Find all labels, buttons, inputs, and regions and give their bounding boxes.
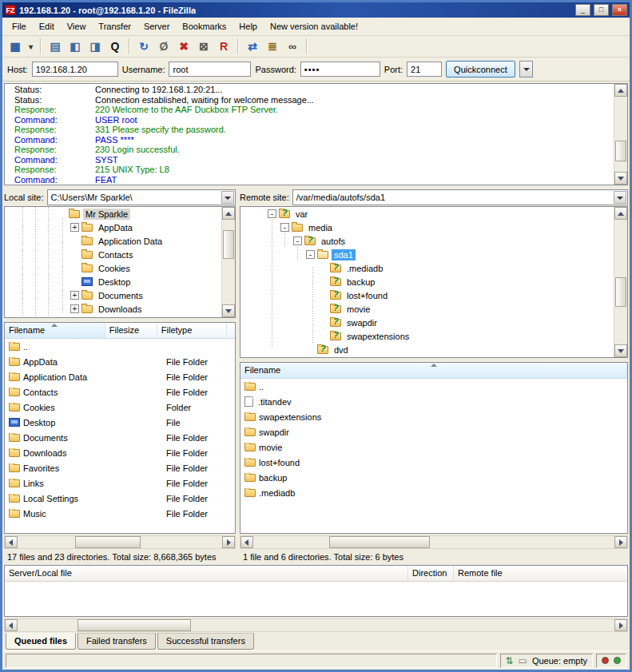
tree-item[interactable]: backup [240, 275, 627, 288]
queue-horizontal-scrollbar[interactable] [4, 618, 628, 632]
file-row[interactable]: swapextensions [240, 409, 627, 424]
file-row[interactable]: LinksFile Folder [5, 475, 235, 491]
file-row[interactable]: Local SettingsFile Folder [5, 491, 235, 506]
file-row[interactable]: FavoritesFile Folder [5, 460, 235, 475]
column-header-filesize[interactable]: Filesize [105, 323, 157, 338]
tree-item[interactable]: swapdir [240, 316, 627, 329]
file-row[interactable]: .. [240, 379, 627, 394]
scroll-up-button[interactable] [222, 207, 235, 220]
scrollbar-thumb[interactable] [615, 277, 626, 307]
quickconnect-dropdown-icon[interactable] [519, 61, 533, 78]
quickfind-icon[interactable]: Q [105, 38, 125, 55]
collapse-icon[interactable] [293, 237, 302, 245]
menu-view[interactable]: View [61, 18, 93, 34]
column-header-filename[interactable]: Filename [240, 363, 627, 378]
chevron-down-icon[interactable] [614, 191, 626, 204]
tree-item[interactable]: autofs [240, 234, 627, 248]
menu-help[interactable]: Help [233, 18, 264, 34]
tree-item[interactable]: AppData [5, 221, 235, 234]
reconnect-icon[interactable]: R [214, 38, 233, 55]
menu-file[interactable]: File [6, 18, 33, 34]
tree-item[interactable]: Contacts [5, 248, 235, 261]
menu-server[interactable]: Server [137, 18, 176, 34]
directory-comparison-icon[interactable]: ⇄ [243, 38, 262, 55]
scroll-right-button[interactable] [614, 619, 627, 631]
refresh-icon[interactable]: ↻ [134, 38, 153, 55]
remote-horizontal-scrollbar[interactable] [240, 535, 628, 549]
tab-failed-transfers[interactable]: Failed transfers [78, 633, 156, 650]
tree-item[interactable]: sda1 [240, 248, 627, 261]
scroll-up-button[interactable] [614, 84, 627, 97]
toggle-local-tree-icon[interactable]: ◧ [66, 38, 85, 55]
log-vertical-scrollbar[interactable] [614, 84, 627, 185]
username-input[interactable] [169, 62, 251, 77]
collapse-icon[interactable] [268, 209, 276, 218]
site-manager-dropdown-icon[interactable]: ▾ [26, 38, 36, 55]
site-manager-icon[interactable]: ▦ [6, 38, 25, 55]
toggle-remote-tree-icon[interactable]: ◨ [85, 38, 105, 55]
tab-queued-files[interactable]: Queued files [6, 633, 76, 650]
tree-item[interactable]: lost+found [240, 288, 627, 302]
maximize-button[interactable]: □ [594, 4, 609, 16]
tree-item[interactable]: swapextensions [240, 329, 627, 343]
scroll-right-button[interactable] [614, 536, 627, 548]
synchronized-browsing-icon[interactable]: ≣ [263, 38, 282, 55]
scroll-up-button[interactable] [614, 207, 627, 220]
file-row[interactable]: DocumentsFile Folder [5, 430, 235, 445]
tree-item[interactable]: Desktop [5, 275, 235, 288]
tree-item[interactable]: movie [240, 302, 627, 316]
file-row[interactable]: CookiesFolder [5, 400, 235, 415]
column-header-filename[interactable]: Filename [5, 323, 105, 338]
local-site-combo[interactable]: C:\Users\Mr Sparkle\ [47, 189, 236, 205]
quickconnect-button[interactable]: Quickconnect [446, 61, 515, 78]
chevron-down-icon[interactable] [221, 191, 234, 204]
port-input[interactable] [407, 62, 442, 77]
collapse-icon[interactable] [306, 250, 315, 259]
tree-item[interactable]: Documents [5, 288, 235, 302]
file-row[interactable]: swapdir [240, 424, 627, 439]
cancel-icon[interactable]: ✖ [174, 38, 193, 55]
scroll-left-button[interactable] [5, 536, 18, 548]
toggle-message-log-icon[interactable]: ▤ [46, 38, 65, 55]
column-header-direction[interactable]: Direction [408, 566, 454, 581]
file-row[interactable]: Application DataFile Folder [5, 369, 235, 384]
tree-item[interactable]: var [240, 207, 627, 221]
tree-item[interactable]: media [240, 221, 627, 234]
tree-item[interactable]: Downloads [5, 302, 235, 316]
tree-item[interactable]: Cookies [5, 261, 235, 275]
file-row[interactable]: AppDataFile Folder [5, 354, 235, 369]
scrollbar-thumb[interactable] [75, 536, 141, 548]
column-header-filetype[interactable]: Filetype [157, 323, 227, 338]
file-row[interactable]: .mediadb [240, 485, 627, 500]
menu-bookmarks[interactable]: Bookmarks [176, 18, 233, 34]
scrollbar-thumb[interactable] [615, 141, 626, 161]
remote-site-combo[interactable]: /var/media/autofs/sda1 [292, 189, 628, 205]
menu-new-version-notice[interactable]: New version available! [264, 18, 364, 34]
file-row[interactable]: DownloadsFile Folder [5, 445, 235, 460]
filter-icon[interactable]: Ø [154, 38, 173, 55]
local-horizontal-scrollbar[interactable] [4, 535, 236, 549]
menu-edit[interactable]: Edit [33, 18, 61, 34]
remote-tree-scrollbar[interactable] [614, 207, 627, 357]
tab-successful-transfers[interactable]: Successful transfers [157, 633, 254, 650]
file-row[interactable]: ContactsFile Folder [5, 384, 235, 400]
column-header-server-local-file[interactable]: Server/Local file [5, 566, 408, 581]
scrollbar-thumb[interactable] [329, 536, 431, 548]
file-row[interactable]: MusicFile Folder [5, 506, 235, 521]
file-row[interactable]: .titandev [240, 394, 627, 409]
scroll-down-button[interactable] [222, 304, 235, 317]
file-row[interactable]: DesktopFile [5, 415, 235, 430]
password-input[interactable] [300, 62, 380, 77]
scroll-down-button[interactable] [614, 344, 627, 357]
collapse-icon[interactable] [280, 223, 289, 232]
find-files-icon[interactable]: ∞ [283, 38, 302, 55]
column-header-remote-file[interactable]: Remote file [454, 566, 627, 581]
disconnect-icon[interactable]: ⊠ [194, 38, 213, 55]
scrollbar-thumb[interactable] [223, 230, 234, 259]
expand-icon[interactable] [70, 291, 79, 300]
close-button[interactable]: × [612, 4, 627, 16]
scrollbar-thumb[interactable] [78, 619, 191, 631]
tree-item[interactable]: dvd [240, 343, 627, 356]
expand-icon[interactable] [70, 304, 79, 313]
tree-item[interactable]: Application Data [5, 234, 235, 248]
